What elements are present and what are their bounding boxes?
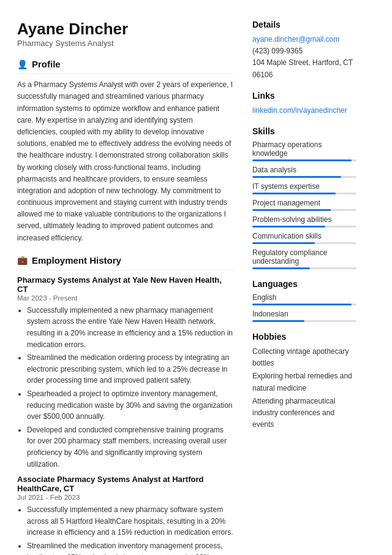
skill-1-bar-fill — [252, 159, 352, 161]
skill-5-label: Problem-solving abilities — [252, 215, 356, 224]
lang-1-bar-bg — [252, 304, 356, 305]
profile-section-title: 👤 Profile — [17, 59, 234, 69]
hobby-2: Exploring herbal remedies and natural me… — [252, 370, 356, 394]
skill-4-bar-bg — [252, 209, 356, 211]
skill-7-bar-fill — [252, 267, 310, 269]
job-2-bullets: Successfully implemented a new pharmacy … — [17, 504, 234, 555]
hobby-1: Collecting vintage apothecary bottles — [252, 346, 356, 369]
hobbies-title: Hobbies — [252, 332, 356, 342]
skill-4-label: Project management — [252, 199, 356, 207]
job-2-title: Associate Pharmacy Systems Analyst at Ha… — [17, 475, 234, 493]
details-title: Details — [252, 20, 356, 29]
skill-5: Problem-solving abilities — [252, 215, 356, 228]
skills-title: Skills — [252, 126, 356, 136]
header: Ayane Dincher Pharmacy Systems Analyst — [17, 20, 234, 48]
skill-7-bar-bg — [252, 267, 356, 269]
skill-3-bar-bg — [252, 193, 356, 194]
details-email[interactable]: ayane.dincher@gmail.com — [252, 34, 356, 45]
page: Ayane Dincher Pharmacy Systems Analyst 👤… — [0, 0, 392, 555]
links-title: Links — [252, 91, 356, 101]
candidate-job-title: Pharmacy Systems Analyst — [17, 39, 234, 48]
list-item: Successfully implemented a new pharmacy … — [27, 504, 234, 538]
job-2: Associate Pharmacy Systems Analyst at Ha… — [17, 475, 234, 555]
skill-6: Communication skills — [252, 232, 356, 244]
skill-1-label: Pharmacy operations knowledge — [252, 140, 356, 158]
job-1: Pharmacy Systems Analyst at Yale New Hav… — [17, 275, 234, 470]
lang-1-label: English — [252, 293, 356, 302]
lang-2-bar-bg — [252, 320, 356, 322]
employment-icon: 💼 — [17, 255, 28, 265]
lang-2-bar-fill — [252, 320, 304, 322]
candidate-name: Ayane Dincher — [17, 20, 234, 39]
employment-section: 💼 Employment History Pharmacy Systems An… — [17, 255, 234, 555]
left-column: Ayane Dincher Pharmacy Systems Analyst 👤… — [0, 20, 245, 555]
skill-7-label: Regulatory compliance understanding — [252, 248, 356, 266]
details-address: 104 Maple Street, Hartford, CT 06106 — [252, 57, 356, 80]
profile-icon: 👤 — [17, 59, 28, 69]
skill-6-bar-fill — [252, 242, 315, 244]
lang-2: Indonesian — [252, 310, 356, 322]
hobbies-section: Hobbies Collecting vintage apothecary bo… — [252, 332, 356, 431]
skills-section: Skills Pharmacy operations knowledge Dat… — [252, 126, 356, 269]
lang-1-bar-fill — [252, 304, 352, 305]
skill-4-bar-fill — [252, 209, 331, 211]
details-section: Details ayane.dincher@gmail.com (423) 09… — [252, 20, 356, 81]
profile-section: 👤 Profile As a Pharmacy Systems Analyst … — [17, 59, 234, 244]
job-2-dates: Jul 2021 - Feb 2023 — [17, 494, 234, 501]
list-item: Spearheaded a project to optimize invent… — [27, 388, 234, 423]
hobby-3: Attending pharmaceutical industry confer… — [252, 396, 356, 431]
skill-7: Regulatory compliance understanding — [252, 248, 356, 269]
list-item: Streamlined the medication inventory man… — [27, 540, 234, 555]
linkedin-link[interactable]: linkedin.com/in/ayanedincher — [252, 105, 356, 117]
languages-title: Languages — [252, 279, 356, 289]
employment-divider — [17, 270, 234, 270]
job-1-bullets: Successfully implemented a new pharmacy … — [17, 305, 234, 470]
list-item: Streamlined the medication ordering proc… — [27, 352, 234, 386]
profile-divider — [17, 74, 234, 74]
skill-3-label: IT systems expertise — [252, 182, 356, 191]
skill-4: Project management — [252, 199, 356, 211]
skill-2-label: Data analysis — [252, 166, 356, 174]
skill-2-bar-bg — [252, 176, 356, 178]
lang-2-label: Indonesian — [252, 310, 356, 318]
skill-3-bar-fill — [252, 193, 336, 194]
skill-6-bar-bg — [252, 242, 356, 244]
skill-1-bar-bg — [252, 159, 356, 161]
links-section: Links linkedin.com/in/ayanedincher — [252, 91, 356, 117]
skill-5-bar-fill — [252, 226, 325, 228]
skill-3: IT systems expertise — [252, 182, 356, 194]
job-1-dates: Mar 2023 - Present — [17, 294, 234, 302]
languages-section: Languages English Indonesian — [252, 279, 356, 322]
list-item: Developed and conducted comprehensive tr… — [27, 424, 234, 470]
lang-1: English — [252, 293, 356, 305]
profile-text: As a Pharmacy Systems Analyst with over … — [17, 79, 234, 244]
skill-2: Data analysis — [252, 166, 356, 178]
details-phone: (423) 099-9365 — [252, 45, 356, 57]
employment-section-title: 💼 Employment History — [17, 255, 234, 266]
skill-1: Pharmacy operations knowledge — [252, 140, 356, 161]
right-column: Details ayane.dincher@gmail.com (423) 09… — [245, 20, 368, 555]
skill-6-label: Communication skills — [252, 232, 356, 240]
skill-2-bar-fill — [252, 176, 341, 178]
job-1-title: Pharmacy Systems Analyst at Yale New Hav… — [17, 275, 234, 294]
skill-5-bar-bg — [252, 226, 356, 228]
list-item: Successfully implemented a new pharmacy … — [27, 305, 234, 350]
